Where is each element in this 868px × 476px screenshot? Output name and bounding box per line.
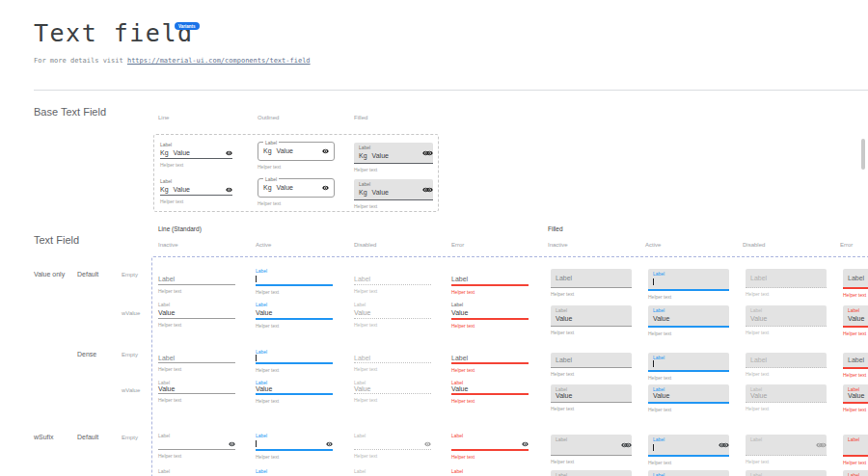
field-input[interactable]: Value (158, 385, 235, 393)
field-input[interactable]: Value (556, 392, 627, 400)
field-input[interactable]: Label (451, 275, 529, 284)
field-input[interactable]: KgValue (263, 145, 329, 158)
field-input[interactable] (556, 443, 627, 453)
textfield-filled-disabled-empty[interactable]: LabelHelper text (746, 353, 827, 377)
base-outlined-field[interactable]: LabelKgValueHelper text (258, 139, 335, 170)
field-input[interactable]: Value (256, 308, 333, 318)
field-input[interactable]: Label (750, 271, 822, 285)
field-input[interactable]: Label (848, 271, 868, 285)
filled-box[interactable]: Label (843, 435, 868, 457)
field-input[interactable] (653, 443, 724, 453)
base-filled-field[interactable]: LabelKgValueHelper text (354, 143, 433, 172)
filled-box[interactable]: LabelValue (551, 384, 632, 403)
filled-box[interactable]: LabelValue (551, 470, 632, 476)
filled-box[interactable]: Label (746, 353, 827, 368)
filled-box[interactable]: LabelValue (843, 470, 868, 476)
textfield-filled-error-empty[interactable]: LabelHelper text (843, 353, 868, 378)
textfield-line-inactive-empty[interactable]: LabelHelper text (158, 268, 235, 294)
filled-box[interactable]: Label (648, 269, 729, 291)
textfield-line-inactive-value[interactable]: LabelValueHelper text (158, 380, 235, 403)
textfield-line-disabled-value[interactable]: LabelValueHelper text (354, 468, 431, 476)
field-input[interactable]: Value (354, 385, 431, 393)
filled-box[interactable]: Label (551, 269, 632, 288)
filled-box[interactable]: LabelValue (648, 470, 729, 476)
textfield-line-inactive-value[interactable]: LabelValueHelper text (158, 302, 235, 328)
textfield-line-error-value[interactable]: LabelValueHelper text (451, 468, 529, 476)
base-line-field[interactable]: LabelKgValueHelper text (160, 142, 232, 168)
field-input[interactable]: KgValue (160, 148, 232, 158)
field-input[interactable] (158, 439, 235, 449)
field-input[interactable]: Value (256, 385, 333, 393)
field-input[interactable] (451, 439, 529, 449)
field-input[interactable]: Value (451, 308, 529, 318)
field-input[interactable]: Label (158, 275, 235, 284)
outlined-box[interactable]: LabelKgValue (258, 142, 335, 161)
textfield-filled-inactive-value[interactable]: LabelValueHelper text (551, 470, 632, 476)
field-input[interactable]: KgValue (263, 181, 329, 195)
filled-box[interactable]: Label (843, 269, 868, 289)
field-input[interactable] (256, 439, 333, 449)
field-input[interactable]: Value (354, 308, 431, 318)
field-input[interactable] (256, 355, 333, 362)
filled-box[interactable]: Label (551, 353, 632, 368)
textfield-line-active-empty[interactable]: LabelHelper text (256, 433, 333, 460)
field-input[interactable]: Value (848, 392, 868, 400)
filled-box[interactable]: LabelValue (551, 305, 632, 327)
scrollbar-thumb[interactable] (861, 139, 865, 170)
outlined-box[interactable]: LabelKgValue (258, 178, 335, 198)
filled-box[interactable]: LabelValue (746, 305, 827, 327)
textfield-filled-active-value[interactable]: LabelValueHelper text (648, 384, 729, 412)
textfield-line-disabled-value[interactable]: LabelValueHelper text (354, 380, 431, 403)
textfield-line-inactive-empty[interactable]: LabelHelper text (158, 349, 235, 372)
filled-box[interactable]: LabelValue (746, 384, 827, 403)
textfield-filled-inactive-empty[interactable]: LabelHelper text (551, 269, 632, 297)
textfield-line-active-value[interactable]: LabelValueHelper text (256, 380, 333, 404)
field-input[interactable]: Label (451, 355, 529, 362)
textfield-filled-disabled-value[interactable]: LabelValueHelper text (746, 470, 827, 476)
textfield-line-error-empty[interactable]: LabelHelper text (451, 268, 529, 295)
field-input[interactable]: Label (556, 355, 627, 365)
filled-box[interactable]: LabelValue (648, 305, 729, 328)
textfield-filled-error-empty[interactable]: LabelHelper text (843, 269, 868, 298)
textfield-filled-inactive-empty[interactable]: LabelHelper text (551, 353, 632, 377)
field-input[interactable]: Value (750, 392, 822, 400)
textfield-filled-active-empty[interactable]: LabelHelper text (648, 435, 729, 465)
field-input[interactable]: Value (653, 392, 724, 400)
textfield-filled-error-value[interactable]: LabelValueHelper text (843, 305, 868, 336)
filled-box[interactable]: LabelKgValue (354, 179, 433, 200)
textfield-filled-inactive-value[interactable]: LabelValueHelper text (551, 384, 632, 411)
textfield-line-active-empty[interactable]: LabelHelper text (256, 349, 333, 373)
field-input[interactable] (750, 443, 822, 453)
base-line-field[interactable]: LabelKgValueHelper text (160, 178, 232, 204)
textfield-filled-disabled-empty[interactable]: LabelHelper text (746, 435, 827, 464)
filled-box[interactable]: LabelValue (648, 384, 729, 404)
textfield-line-error-value[interactable]: LabelValueHelper text (451, 302, 529, 329)
field-input[interactable] (256, 275, 333, 284)
textfield-line-active-empty[interactable]: LabelHelper text (256, 268, 333, 295)
field-input[interactable] (653, 360, 724, 368)
textfield-filled-active-value[interactable]: LabelValueHelper text (648, 305, 729, 336)
textfield-filled-disabled-value[interactable]: LabelValueHelper text (746, 384, 827, 411)
field-input[interactable]: Value (653, 314, 724, 324)
textfield-line-inactive-value[interactable]: LabelValueHelper text (158, 468, 235, 476)
field-input[interactable]: Label (158, 355, 235, 362)
textfield-line-error-empty[interactable]: LabelHelper text (451, 433, 529, 460)
textfield-line-inactive-empty[interactable]: LabelHelper text (158, 433, 235, 459)
filled-box[interactable]: Label (648, 353, 729, 372)
subtitle-link[interactable]: https://material-ui.com/components/text-… (127, 57, 311, 65)
filled-box[interactable]: Label (648, 435, 729, 457)
field-input[interactable]: Value (451, 385, 529, 393)
textfield-line-active-value[interactable]: LabelValueHelper text (256, 302, 333, 329)
textfield-filled-active-empty[interactable]: LabelHelper text (648, 353, 729, 381)
textfield-line-disabled-empty[interactable]: LabelHelper text (354, 268, 431, 294)
field-input[interactable]: Value (750, 314, 822, 324)
filled-box[interactable]: LabelValue (746, 470, 827, 476)
textfield-filled-active-empty[interactable]: LabelHelper text (648, 269, 729, 300)
textfield-line-disabled-empty[interactable]: LabelHelper text (354, 349, 431, 372)
filled-box[interactable]: Label (551, 435, 632, 456)
filled-box[interactable]: Label (746, 435, 827, 456)
filled-box[interactable]: LabelValue (843, 305, 868, 328)
field-input[interactable]: Label (556, 271, 627, 285)
textfield-line-error-value[interactable]: LabelValueHelper text (451, 380, 529, 404)
field-input[interactable]: KgValue (160, 185, 232, 195)
